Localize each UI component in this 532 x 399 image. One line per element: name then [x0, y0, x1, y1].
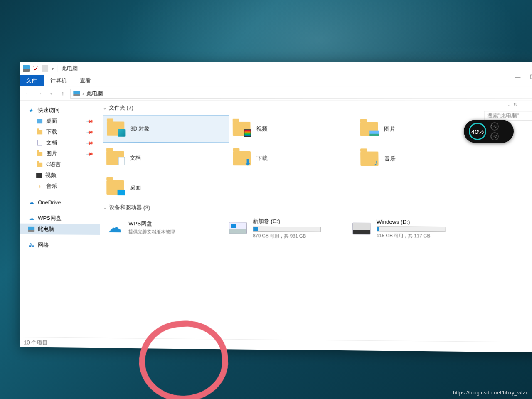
quick-access-toolbar: ▾ — [23, 65, 57, 72]
pin-icon: 📌 — [86, 117, 94, 125]
forward-button[interactable]: → — [35, 89, 44, 98]
section-devices[interactable]: ⌄设备和驱动器 (3) — [100, 204, 532, 213]
document-icon — [37, 140, 42, 145]
chevron-right-icon: › — [82, 90, 84, 96]
separator — [57, 65, 57, 72]
drive-icon — [229, 222, 247, 234]
system-gauge-overlay[interactable]: 40% 0% 0% — [464, 120, 514, 143]
history-dropdown-icon[interactable]: ▾ — [47, 89, 55, 98]
folder-icon — [37, 151, 42, 156]
folder-icon — [37, 119, 42, 123]
pc-icon — [73, 91, 80, 96]
cloud-icon: ☁ — [107, 222, 123, 233]
tab-file[interactable]: 文件 — [20, 75, 44, 86]
sidebar-onedrive[interactable]: ☁OneDrive — [20, 197, 100, 208]
chevron-down-icon: ⌄ — [103, 205, 106, 210]
video-icon — [36, 173, 42, 177]
folder-music[interactable]: ♪音乐 — [357, 145, 486, 173]
star-icon: ★ — [28, 107, 34, 113]
sidebar-desktop[interactable]: 桌面📌 — [20, 116, 100, 126]
window-title: 此电脑 — [62, 65, 78, 72]
music-note-icon: ♪ — [372, 158, 379, 167]
explorer-window: ▾ 此电脑 文件 计算机 查看 — ☐ ← → ▾ ↑ › 此电脑 ⌄ ↻ 搜索… — [20, 62, 532, 352]
folder-icon — [106, 180, 124, 195]
chevron-down-icon: ⌄ — [103, 106, 106, 110]
pin-icon: 📌 — [86, 150, 94, 158]
new-folder-icon[interactable] — [42, 65, 48, 72]
drive-d[interactable]: Windows (D:)115 GB 可用，共 117 GB — [349, 216, 474, 242]
folder-icon: ♪ — [360, 151, 379, 166]
ribbon: 文件 计算机 查看 — [20, 74, 532, 86]
sidebar-pictures[interactable]: 图片📌 — [20, 148, 100, 159]
document-icon — [118, 157, 125, 165]
sidebar-quick-access[interactable]: ★快速访问 — [20, 105, 100, 116]
pin-icon: 📌 — [86, 139, 94, 147]
pc-icon — [28, 227, 34, 232]
minimize-button[interactable]: — — [515, 74, 521, 80]
film-icon — [244, 129, 251, 137]
folder-3d-objects[interactable]: 3D 对象 — [103, 115, 229, 143]
section-folders[interactable]: ⌄文件夹 (7) — [100, 104, 532, 112]
folder-icon — [360, 122, 378, 136]
sidebar-network[interactable]: 🖧网络 — [20, 239, 100, 251]
breadcrumb[interactable]: 此电脑 — [87, 90, 103, 97]
cube-icon — [118, 129, 125, 137]
qat-dropdown-icon[interactable]: ▾ — [52, 66, 54, 71]
drive-wps[interactable]: ☁ WPS网盘提供完善文档版本管理 — [103, 214, 226, 240]
picture-icon — [369, 131, 379, 136]
music-icon: ♪ — [36, 183, 43, 190]
sidebar-downloads[interactable]: 下载📌 — [20, 126, 100, 137]
cloud-icon: ☁ — [28, 199, 34, 205]
drive-icon — [352, 223, 371, 235]
pc-icon — [23, 65, 30, 72]
up-button[interactable]: ↑ — [59, 89, 67, 98]
folder-documents[interactable]: 文档 — [103, 144, 229, 172]
folder-icon — [37, 130, 42, 134]
folder-icon — [37, 162, 42, 167]
title-bar: ▾ 此电脑 — [20, 62, 532, 75]
folder-desktop[interactable]: 桌面 — [103, 173, 230, 202]
sidebar-this-pc[interactable]: 此电脑 — [20, 224, 100, 235]
folder-downloads[interactable]: ⬇下载 — [229, 145, 357, 173]
sidebar-videos[interactable]: 视频 — [20, 170, 100, 181]
tab-computer[interactable]: 计算机 — [44, 75, 73, 86]
gauge-main: 40% — [469, 123, 486, 140]
usage-bar — [253, 226, 321, 232]
download-arrow-icon: ⬇ — [244, 159, 251, 166]
watermark: https://blog.csdn.net/hhxy_wlzx — [453, 389, 528, 396]
cloud-icon: ☁ — [28, 215, 34, 222]
nav-tree: ★快速访问 桌面📌 下载📌 文档📌 图片📌 C语言 视频 ♪音乐 ☁OneDri… — [20, 101, 100, 338]
usage-bar — [377, 226, 446, 232]
sidebar-c-lang[interactable]: C语言 — [20, 159, 100, 170]
tab-view[interactable]: 查看 — [73, 75, 97, 86]
maximize-button[interactable]: ☐ — [530, 74, 532, 80]
folder-videos[interactable]: 视频 — [229, 115, 357, 143]
network-icon: 🖧 — [28, 241, 34, 248]
pin-icon: 📌 — [86, 128, 94, 136]
sidebar-music[interactable]: ♪音乐 — [20, 181, 100, 192]
folder-icon: ⬇ — [233, 151, 251, 166]
item-count: 10 个项目 — [24, 339, 48, 347]
address-bar[interactable]: › 此电脑 — [70, 89, 532, 99]
sidebar-documents[interactable]: 文档📌 — [20, 137, 100, 148]
folder-icon — [106, 151, 124, 165]
gauge-sub1: 0% — [490, 122, 499, 131]
desktop-icon — [118, 190, 125, 195]
drive-c[interactable]: 新加卷 (C:)870 GB 可用，共 931 GB — [226, 215, 350, 241]
folder-icon — [233, 122, 251, 136]
gauge-sub2: 0% — [490, 132, 499, 140]
sidebar-wps[interactable]: ☁WPS网盘 — [20, 212, 100, 224]
window-controls: — ☐ — [515, 74, 532, 80]
back-button[interactable]: ← — [24, 89, 32, 98]
properties-icon[interactable] — [33, 66, 38, 71]
folder-icon — [107, 121, 124, 135]
nav-bar: ← → ▾ ↑ › 此电脑 — [20, 86, 532, 101]
